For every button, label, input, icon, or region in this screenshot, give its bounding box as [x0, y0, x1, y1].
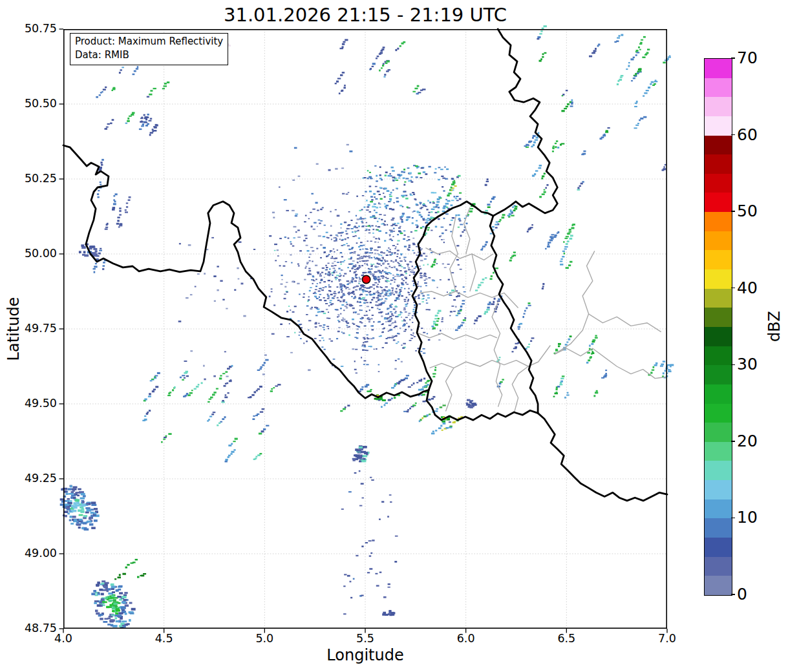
colorbar-band — [705, 442, 732, 461]
colorbar-band — [705, 97, 732, 116]
colorbar-band — [705, 116, 732, 136]
colorbar-band — [705, 557, 732, 576]
y-tick-label: 49.00 — [5, 547, 57, 560]
y-tick-label: 49.75 — [5, 322, 57, 335]
colorbar-tick-label: 40 — [737, 278, 758, 298]
colorbar-tick-mark — [731, 288, 735, 289]
product-annotation-box: Product: Maximum Reflectivity Data: RMIB — [70, 33, 228, 65]
x-tick-label: 5.5 — [343, 632, 388, 645]
colorbar-tick-label: 10 — [737, 508, 758, 527]
colorbar-tick-mark — [731, 58, 735, 59]
colorbar-band — [705, 327, 732, 346]
colorbar-tick-mark — [731, 211, 735, 212]
x-tick-label: 6.5 — [544, 632, 589, 645]
y-tick-label: 49.50 — [5, 397, 57, 410]
map-plot-area — [63, 29, 667, 629]
colorbar-tick-mark — [731, 518, 735, 519]
colorbar-band — [705, 404, 732, 423]
x-tick-label: 4.5 — [142, 632, 187, 645]
radar-echo-layer — [60, 25, 674, 629]
radar-figure: 31.01.2026 21:15 - 21:19 UTC Product: Ma… — [0, 0, 788, 672]
colorbar-tick-label: 60 — [737, 125, 758, 145]
colorbar-band — [705, 136, 732, 155]
y-tick-label: 48.75 — [5, 622, 57, 635]
colorbar-label: dBZ — [765, 294, 782, 359]
colorbar-band — [705, 499, 732, 519]
colorbar-tick-mark — [731, 134, 735, 136]
colorbar-tick-label: 50 — [737, 202, 758, 221]
data-source-line: Data: RMIB — [75, 48, 223, 62]
product-line: Product: Maximum Reflectivity — [75, 35, 223, 48]
axis-ticks — [59, 29, 668, 633]
colorbar-band — [705, 78, 732, 98]
colorbar — [704, 58, 732, 596]
y-tick-label: 50.75 — [5, 22, 57, 35]
colorbar-tick-mark — [731, 594, 735, 595]
colorbar-tick-label: 30 — [737, 355, 758, 374]
colorbar-band — [705, 365, 732, 384]
colorbar-band — [705, 289, 732, 308]
page-title: 31.01.2026 21:15 - 21:19 UTC — [63, 4, 667, 26]
colorbar-band — [705, 174, 732, 193]
x-axis-label: Longitude — [63, 646, 667, 664]
y-tick-label: 49.25 — [5, 472, 57, 485]
colorbar-band — [705, 576, 732, 595]
x-tick-label: 5.0 — [242, 632, 287, 645]
colorbar-band — [705, 518, 732, 538]
colorbar-band — [705, 59, 732, 78]
x-tick-label: 7.0 — [644, 632, 690, 645]
colorbar-tick-mark — [731, 364, 735, 366]
colorbar-band — [705, 423, 732, 442]
colorbar-tick-label: 0 — [737, 585, 747, 604]
district-borders-layer — [417, 207, 667, 413]
colorbar-tick-label: 20 — [737, 432, 758, 451]
x-tick-label: 6.0 — [443, 632, 489, 645]
colorbar-band — [705, 269, 732, 289]
colorbar-tick-label: 70 — [737, 48, 758, 68]
colorbar-band — [705, 154, 732, 174]
colorbar-band — [705, 250, 732, 269]
colorbar-band — [705, 193, 732, 212]
y-tick-label: 50.50 — [5, 97, 57, 110]
colorbar-band — [705, 538, 732, 557]
colorbar-band — [705, 308, 732, 327]
colorbar-tick-mark — [731, 441, 735, 442]
y-tick-label: 50.00 — [5, 247, 57, 260]
grid-layer — [63, 29, 667, 629]
colorbar-band — [705, 461, 732, 480]
colorbar-band — [705, 231, 732, 251]
colorbar-band — [705, 212, 732, 231]
y-tick-label: 50.25 — [5, 172, 57, 185]
colorbar-band — [705, 480, 732, 499]
colorbar-band — [705, 346, 732, 366]
radar-site-marker — [362, 275, 370, 283]
colorbar-band — [705, 384, 732, 404]
